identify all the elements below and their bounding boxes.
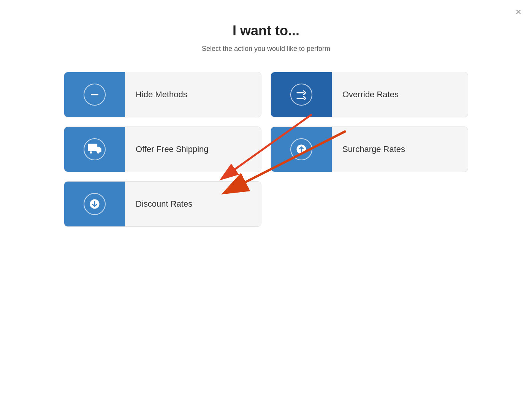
svg-rect-2 — [91, 94, 98, 95]
override-rates-card[interactable]: Override Rates — [271, 72, 468, 117]
modal-subtitle: Select the action you would like to perf… — [202, 45, 330, 53]
hide-methods-icon-area — [64, 72, 125, 117]
hide-methods-card[interactable]: Hide Methods — [64, 72, 261, 117]
options-grid: Hide Methods Override Rates — [64, 72, 468, 227]
free-shipping-icon-circle — [84, 138, 106, 160]
truck-icon — [88, 142, 101, 156]
surcharge-rates-card[interactable]: Surcharge Rates — [271, 127, 468, 172]
override-rates-icon-area — [271, 72, 332, 117]
svg-point-3 — [90, 151, 92, 153]
arrow-up-icon — [296, 144, 307, 155]
override-rates-icon-circle — [290, 84, 312, 106]
hide-methods-icon-circle — [84, 84, 106, 106]
minus-icon — [89, 89, 100, 100]
discount-rates-label: Discount Rates — [125, 182, 261, 226]
svg-point-4 — [97, 151, 100, 153]
surcharge-rates-label: Surcharge Rates — [332, 127, 468, 172]
arrow-down-icon — [89, 198, 100, 210]
surcharge-rates-icon-circle — [290, 138, 312, 160]
override-rates-label: Override Rates — [332, 72, 468, 117]
discount-rates-icon-area — [64, 182, 125, 226]
shuffle-icon-2 — [295, 89, 307, 101]
modal-title: I want to... — [233, 23, 299, 39]
surcharge-rates-icon-area — [271, 127, 332, 172]
free-shipping-label: Offer Free Shipping — [125, 127, 261, 172]
offer-free-shipping-card[interactable]: Offer Free Shipping — [64, 127, 261, 172]
free-shipping-icon-area — [64, 127, 125, 172]
discount-rates-icon-circle — [84, 193, 106, 215]
hide-methods-label: Hide Methods — [125, 72, 261, 117]
close-button[interactable]: × — [516, 7, 521, 17]
discount-rates-card[interactable]: Discount Rates — [64, 181, 261, 227]
